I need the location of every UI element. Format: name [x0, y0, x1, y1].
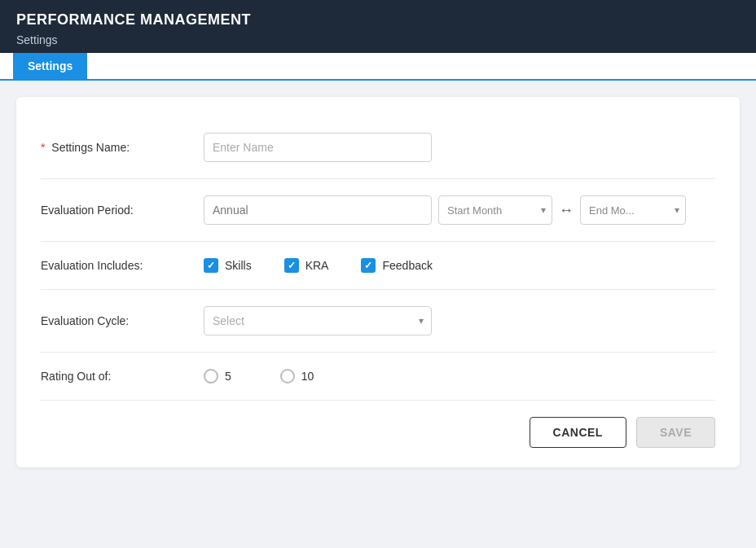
rating-radio-group: 5 10	[204, 369, 314, 384]
save-button[interactable]: SAVE	[636, 417, 715, 448]
settings-name-input[interactable]	[204, 133, 432, 162]
app-header: PERFORMANCE MANAGEMENT Settings	[0, 0, 756, 53]
required-indicator: *	[41, 141, 45, 154]
settings-name-row: * Settings Name:	[41, 116, 715, 179]
checkbox-kra[interactable]: KRA	[284, 258, 329, 273]
evaluation-includes-checkboxes: Skills KRA Feedback	[204, 258, 433, 273]
evaluation-cycle-wrapper: Select	[204, 306, 432, 335]
evaluation-period-input[interactable]	[204, 195, 432, 225]
end-month-wrapper: End Mo...	[580, 195, 686, 225]
settings-name-label: * Settings Name:	[41, 141, 204, 154]
evaluation-includes-label: Evaluation Includes:	[41, 259, 204, 272]
checkbox-skills[interactable]: Skills	[204, 258, 252, 273]
evaluation-includes-row: Evaluation Includes: Skills KRA Feedback	[41, 242, 715, 290]
main-content: * Settings Name: Evaluation Period: Star…	[0, 81, 756, 484]
checkbox-kra-icon[interactable]	[284, 258, 299, 273]
start-month-select[interactable]: Start Month	[438, 195, 552, 225]
radio-5-circle[interactable]	[204, 369, 218, 384]
app-title: PERFORMANCE MANAGEMENT	[16, 11, 740, 28]
evaluation-cycle-select[interactable]: Select	[204, 306, 432, 335]
rating-label: Rating Out of:	[41, 370, 204, 383]
radio-10-circle[interactable]	[280, 369, 295, 384]
checkbox-feedback-label: Feedback	[382, 259, 432, 272]
tab-bar: Settings	[0, 53, 756, 81]
evaluation-period-label: Evaluation Period:	[41, 204, 204, 217]
radio-5[interactable]: 5	[204, 369, 231, 384]
tab-settings[interactable]: Settings	[13, 53, 87, 79]
evaluation-period-fields: Start Month ↔ End Mo...	[204, 195, 686, 225]
checkbox-skills-icon[interactable]	[204, 258, 218, 273]
rating-row: Rating Out of: 5 10	[41, 353, 715, 401]
evaluation-period-row: Evaluation Period: Start Month ↔ End Mo.…	[41, 179, 715, 242]
checkbox-feedback[interactable]: Feedback	[361, 258, 432, 273]
evaluation-cycle-label: Evaluation Cycle:	[41, 314, 204, 327]
cancel-button[interactable]: CANCEL	[530, 417, 626, 448]
action-row: CANCEL SAVE	[41, 417, 715, 448]
evaluation-cycle-row: Evaluation Cycle: Select	[41, 290, 715, 353]
period-arrow-icon: ↔	[559, 202, 574, 219]
checkbox-feedback-icon[interactable]	[361, 258, 376, 273]
checkbox-kra-label: KRA	[305, 259, 329, 272]
radio-5-label: 5	[225, 370, 231, 383]
settings-card: * Settings Name: Evaluation Period: Star…	[16, 97, 740, 467]
radio-10-label: 10	[301, 370, 314, 383]
end-month-select[interactable]: End Mo...	[580, 195, 686, 225]
checkbox-skills-label: Skills	[225, 259, 252, 272]
breadcrumb: Settings	[16, 33, 740, 46]
start-month-wrapper: Start Month	[438, 195, 552, 225]
radio-10[interactable]: 10	[280, 369, 314, 384]
